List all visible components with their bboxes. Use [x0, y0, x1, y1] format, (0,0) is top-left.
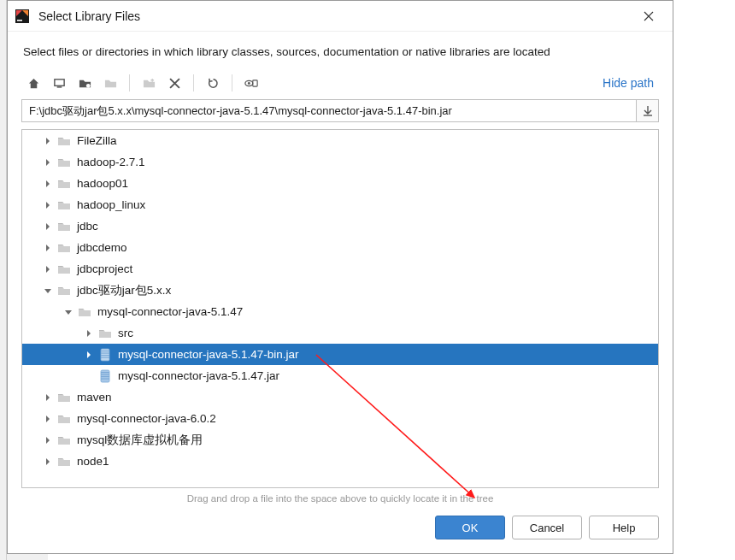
hide-path-link[interactable]: Hide path [603, 76, 659, 90]
expander-icon[interactable] [41, 412, 55, 426]
svg-point-4 [85, 83, 90, 87]
expander-icon[interactable] [41, 391, 55, 404]
button-bar: OK Cancel Help [8, 512, 673, 553]
dialog-subtitle: Select files or directories in which lib… [8, 32, 673, 70]
tree-row[interactable]: node1 [22, 451, 658, 472]
tree-item-label: mysql-connector-java-5.1.47 [97, 305, 243, 318]
tree-row[interactable]: mysql数据库虚拟机备用 [22, 429, 658, 451]
folder-icon [56, 433, 72, 448]
tree-item-label: hadoop01 [77, 177, 128, 190]
folder-icon [56, 197, 72, 213]
tree-row[interactable]: jdbcproject [22, 258, 658, 280]
expander-icon[interactable] [41, 134, 55, 148]
expander-icon[interactable] [41, 220, 55, 233]
jar-archive-icon [97, 347, 113, 363]
tree-row[interactable]: hadoop-2.7.1 [22, 151, 658, 173]
folder-icon [97, 326, 113, 341]
svg-rect-17 [101, 378, 109, 379]
folder-icon [56, 454, 72, 469]
tree-item-label: jdbc [77, 220, 98, 233]
expander-icon[interactable] [41, 262, 55, 276]
toolbar-separator [232, 74, 232, 91]
expander-icon[interactable] [82, 348, 96, 362]
tree-item-label: jdbcdemo [77, 241, 127, 254]
project-root-icon[interactable] [73, 72, 97, 94]
expander-icon[interactable] [41, 156, 55, 169]
folder-icon [56, 283, 72, 298]
folder-icon [56, 390, 72, 405]
expander-icon[interactable] [62, 305, 75, 319]
ok-button[interactable]: OK [435, 516, 505, 539]
tree-row[interactable]: jdbcdemo [22, 237, 658, 258]
toolbar: Hide path [8, 70, 673, 99]
desktop-icon[interactable] [47, 72, 71, 94]
titlebar: Select Library Files [8, 1, 673, 32]
refresh-icon[interactable] [201, 72, 225, 94]
tree-item-label: mysql-connector-java-5.1.47-bin.jar [118, 348, 299, 361]
tree-item-label: jdbcproject [77, 262, 132, 275]
tree-item-label: FileZilla [77, 134, 117, 147]
file-tree[interactable]: FileZillahadoop-2.7.1hadoop01hadoop_linu… [21, 129, 659, 488]
svg-rect-16 [101, 376, 109, 377]
expander-icon[interactable] [41, 198, 55, 212]
tree-item-label: mysql数据库虚拟机备用 [77, 433, 203, 448]
folder-icon [56, 155, 72, 170]
tree-item-label: mysql-connector-java-5.1.47.jar [118, 369, 279, 382]
module-root-icon [98, 72, 122, 94]
tree-row[interactable]: mysql-connector-java-5.1.47.jar [22, 365, 658, 386]
cancel-button[interactable]: Cancel [512, 516, 582, 539]
folder-icon [56, 176, 72, 192]
tree-row[interactable]: FileZilla [22, 130, 658, 151]
tree-row[interactable]: mysql-connector-java-5.1.47-bin.jar [22, 344, 658, 365]
svg-point-6 [248, 82, 250, 85]
expander-icon[interactable] [82, 327, 96, 340]
svg-rect-9 [101, 351, 109, 351]
svg-rect-1 [17, 20, 22, 21]
new-folder-icon [137, 72, 161, 94]
dialog-title: Select Library Files [38, 9, 632, 23]
folder-icon [56, 411, 72, 427]
history-dropdown-icon[interactable] [637, 99, 659, 122]
tree-row[interactable]: hadoop01 [22, 173, 658, 194]
drag-drop-hint: Drag and drop a file into the space abov… [8, 488, 673, 512]
jar-archive-icon [97, 368, 113, 384]
expander-icon[interactable] [41, 433, 55, 447]
home-icon[interactable] [21, 72, 45, 94]
toolbar-separator [193, 74, 194, 91]
svg-rect-10 [101, 352, 109, 353]
svg-rect-12 [101, 357, 109, 357]
help-button[interactable]: Help [589, 516, 659, 539]
expander-icon[interactable] [41, 455, 55, 469]
tree-row[interactable]: src [22, 322, 658, 344]
tree-item-label: maven [77, 391, 112, 404]
tree-row[interactable]: jdbc驱动jar包5.x.x [22, 280, 658, 301]
tree-row[interactable]: mysql-connector-java-6.0.2 [22, 408, 658, 429]
folder-icon [56, 240, 72, 256]
background-bottom-fragment [7, 553, 48, 560]
tree-item-label: hadoop_linux [77, 198, 145, 211]
tree-item-label: jdbc驱动jar包5.x.x [77, 283, 171, 298]
path-input[interactable] [21, 99, 637, 122]
tree-row[interactable]: hadoop_linux [22, 194, 658, 215]
expander-icon[interactable] [41, 177, 55, 191]
background-sidebar-fragment [0, 0, 7, 560]
tree-row[interactable]: mysql-connector-java-5.1.47 [22, 301, 658, 322]
tree-item-label: hadoop-2.7.1 [77, 156, 145, 168]
svg-rect-15 [101, 374, 109, 374]
svg-rect-7 [253, 80, 257, 85]
tree-item-label: node1 [77, 455, 109, 468]
expander-icon[interactable] [41, 284, 55, 298]
tree-row[interactable]: maven [22, 386, 658, 408]
tree-row[interactable]: jdbc [22, 215, 658, 237]
path-row [8, 99, 673, 129]
tree-item-label: mysql-connector-java-6.0.2 [77, 412, 216, 425]
show-hidden-icon[interactable] [239, 72, 263, 94]
tree-item-label: src [118, 327, 133, 339]
delete-icon[interactable] [162, 72, 186, 94]
toolbar-separator [129, 74, 130, 91]
folder-icon [77, 304, 92, 320]
close-button[interactable] [632, 1, 666, 32]
svg-rect-11 [101, 355, 109, 356]
expander-icon[interactable] [41, 241, 55, 255]
folder-icon [56, 262, 72, 277]
